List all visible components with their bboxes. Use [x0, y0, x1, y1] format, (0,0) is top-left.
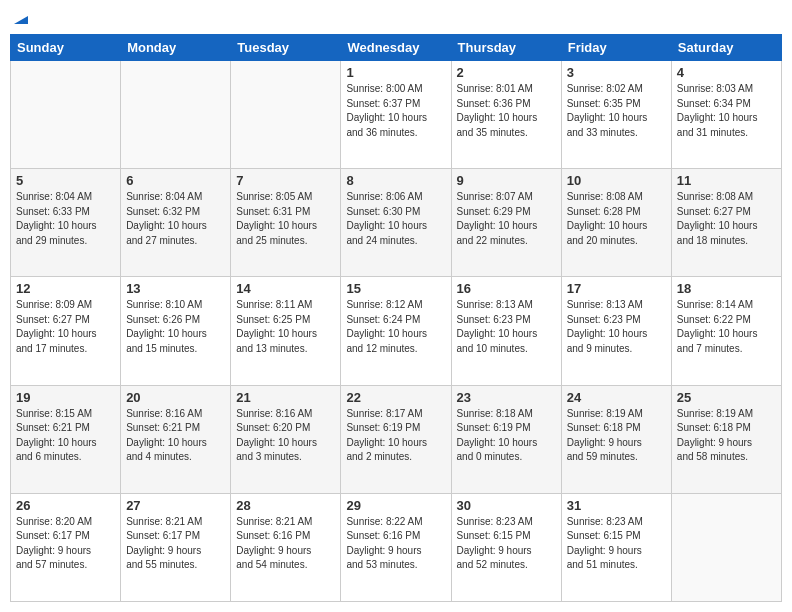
day-info: Sunrise: 8:19 AM Sunset: 6:18 PM Dayligh… [677, 407, 776, 465]
calendar-cell [121, 61, 231, 169]
day-info: Sunrise: 8:22 AM Sunset: 6:16 PM Dayligh… [346, 515, 445, 573]
calendar-cell: 14Sunrise: 8:11 AM Sunset: 6:25 PM Dayli… [231, 277, 341, 385]
calendar-cell: 16Sunrise: 8:13 AM Sunset: 6:23 PM Dayli… [451, 277, 561, 385]
calendar-day-header: Sunday [11, 35, 121, 61]
day-info: Sunrise: 8:21 AM Sunset: 6:16 PM Dayligh… [236, 515, 335, 573]
day-number: 19 [16, 390, 115, 405]
day-number: 1 [346, 65, 445, 80]
svg-marker-0 [14, 16, 28, 24]
day-info: Sunrise: 8:19 AM Sunset: 6:18 PM Dayligh… [567, 407, 666, 465]
calendar-cell: 5Sunrise: 8:04 AM Sunset: 6:33 PM Daylig… [11, 169, 121, 277]
calendar-table: SundayMondayTuesdayWednesdayThursdayFrid… [10, 34, 782, 602]
day-info: Sunrise: 8:21 AM Sunset: 6:17 PM Dayligh… [126, 515, 225, 573]
day-number: 9 [457, 173, 556, 188]
day-info: Sunrise: 8:08 AM Sunset: 6:28 PM Dayligh… [567, 190, 666, 248]
day-number: 29 [346, 498, 445, 513]
day-number: 15 [346, 281, 445, 296]
day-number: 12 [16, 281, 115, 296]
day-info: Sunrise: 8:09 AM Sunset: 6:27 PM Dayligh… [16, 298, 115, 356]
calendar-cell: 28Sunrise: 8:21 AM Sunset: 6:16 PM Dayli… [231, 493, 341, 601]
day-number: 6 [126, 173, 225, 188]
calendar-cell: 6Sunrise: 8:04 AM Sunset: 6:32 PM Daylig… [121, 169, 231, 277]
day-number: 8 [346, 173, 445, 188]
day-info: Sunrise: 8:08 AM Sunset: 6:27 PM Dayligh… [677, 190, 776, 248]
calendar-day-header: Wednesday [341, 35, 451, 61]
calendar-cell: 4Sunrise: 8:03 AM Sunset: 6:34 PM Daylig… [671, 61, 781, 169]
calendar-cell: 13Sunrise: 8:10 AM Sunset: 6:26 PM Dayli… [121, 277, 231, 385]
day-info: Sunrise: 8:11 AM Sunset: 6:25 PM Dayligh… [236, 298, 335, 356]
day-info: Sunrise: 8:23 AM Sunset: 6:15 PM Dayligh… [567, 515, 666, 573]
calendar-cell: 30Sunrise: 8:23 AM Sunset: 6:15 PM Dayli… [451, 493, 561, 601]
logo [10, 10, 30, 26]
day-info: Sunrise: 8:10 AM Sunset: 6:26 PM Dayligh… [126, 298, 225, 356]
day-info: Sunrise: 8:06 AM Sunset: 6:30 PM Dayligh… [346, 190, 445, 248]
calendar-day-header: Tuesday [231, 35, 341, 61]
day-number: 14 [236, 281, 335, 296]
calendar-day-header: Monday [121, 35, 231, 61]
day-info: Sunrise: 8:18 AM Sunset: 6:19 PM Dayligh… [457, 407, 556, 465]
day-number: 18 [677, 281, 776, 296]
calendar-cell: 12Sunrise: 8:09 AM Sunset: 6:27 PM Dayli… [11, 277, 121, 385]
day-info: Sunrise: 8:20 AM Sunset: 6:17 PM Dayligh… [16, 515, 115, 573]
calendar-cell: 18Sunrise: 8:14 AM Sunset: 6:22 PM Dayli… [671, 277, 781, 385]
day-number: 20 [126, 390, 225, 405]
calendar-cell [231, 61, 341, 169]
day-info: Sunrise: 8:17 AM Sunset: 6:19 PM Dayligh… [346, 407, 445, 465]
day-number: 4 [677, 65, 776, 80]
day-info: Sunrise: 8:01 AM Sunset: 6:36 PM Dayligh… [457, 82, 556, 140]
calendar-cell: 11Sunrise: 8:08 AM Sunset: 6:27 PM Dayli… [671, 169, 781, 277]
day-info: Sunrise: 8:07 AM Sunset: 6:29 PM Dayligh… [457, 190, 556, 248]
calendar-cell [671, 493, 781, 601]
day-number: 25 [677, 390, 776, 405]
calendar-cell: 22Sunrise: 8:17 AM Sunset: 6:19 PM Dayli… [341, 385, 451, 493]
calendar-cell: 7Sunrise: 8:05 AM Sunset: 6:31 PM Daylig… [231, 169, 341, 277]
calendar-week-row: 19Sunrise: 8:15 AM Sunset: 6:21 PM Dayli… [11, 385, 782, 493]
calendar-cell: 17Sunrise: 8:13 AM Sunset: 6:23 PM Dayli… [561, 277, 671, 385]
calendar-week-row: 1Sunrise: 8:00 AM Sunset: 6:37 PM Daylig… [11, 61, 782, 169]
day-number: 26 [16, 498, 115, 513]
calendar-cell: 15Sunrise: 8:12 AM Sunset: 6:24 PM Dayli… [341, 277, 451, 385]
day-info: Sunrise: 8:16 AM Sunset: 6:21 PM Dayligh… [126, 407, 225, 465]
calendar-week-row: 12Sunrise: 8:09 AM Sunset: 6:27 PM Dayli… [11, 277, 782, 385]
day-number: 3 [567, 65, 666, 80]
header [10, 10, 782, 26]
day-number: 27 [126, 498, 225, 513]
calendar-cell: 1Sunrise: 8:00 AM Sunset: 6:37 PM Daylig… [341, 61, 451, 169]
day-number: 23 [457, 390, 556, 405]
logo-icon [12, 8, 30, 26]
calendar-cell: 10Sunrise: 8:08 AM Sunset: 6:28 PM Dayli… [561, 169, 671, 277]
calendar-header-row: SundayMondayTuesdayWednesdayThursdayFrid… [11, 35, 782, 61]
day-info: Sunrise: 8:02 AM Sunset: 6:35 PM Dayligh… [567, 82, 666, 140]
calendar-cell: 8Sunrise: 8:06 AM Sunset: 6:30 PM Daylig… [341, 169, 451, 277]
day-number: 7 [236, 173, 335, 188]
day-info: Sunrise: 8:16 AM Sunset: 6:20 PM Dayligh… [236, 407, 335, 465]
day-info: Sunrise: 8:13 AM Sunset: 6:23 PM Dayligh… [567, 298, 666, 356]
day-number: 11 [677, 173, 776, 188]
calendar-cell: 25Sunrise: 8:19 AM Sunset: 6:18 PM Dayli… [671, 385, 781, 493]
day-info: Sunrise: 8:00 AM Sunset: 6:37 PM Dayligh… [346, 82, 445, 140]
day-number: 28 [236, 498, 335, 513]
calendar-day-header: Thursday [451, 35, 561, 61]
day-number: 16 [457, 281, 556, 296]
calendar-week-row: 5Sunrise: 8:04 AM Sunset: 6:33 PM Daylig… [11, 169, 782, 277]
calendar-cell: 24Sunrise: 8:19 AM Sunset: 6:18 PM Dayli… [561, 385, 671, 493]
day-info: Sunrise: 8:04 AM Sunset: 6:32 PM Dayligh… [126, 190, 225, 248]
day-number: 30 [457, 498, 556, 513]
calendar-cell: 23Sunrise: 8:18 AM Sunset: 6:19 PM Dayli… [451, 385, 561, 493]
day-number: 24 [567, 390, 666, 405]
calendar-cell: 26Sunrise: 8:20 AM Sunset: 6:17 PM Dayli… [11, 493, 121, 601]
calendar-cell: 31Sunrise: 8:23 AM Sunset: 6:15 PM Dayli… [561, 493, 671, 601]
day-number: 31 [567, 498, 666, 513]
calendar-cell: 20Sunrise: 8:16 AM Sunset: 6:21 PM Dayli… [121, 385, 231, 493]
day-info: Sunrise: 8:12 AM Sunset: 6:24 PM Dayligh… [346, 298, 445, 356]
calendar-cell: 29Sunrise: 8:22 AM Sunset: 6:16 PM Dayli… [341, 493, 451, 601]
calendar-cell [11, 61, 121, 169]
day-number: 5 [16, 173, 115, 188]
page: SundayMondayTuesdayWednesdayThursdayFrid… [0, 0, 792, 612]
day-number: 2 [457, 65, 556, 80]
calendar-cell: 27Sunrise: 8:21 AM Sunset: 6:17 PM Dayli… [121, 493, 231, 601]
calendar-cell: 3Sunrise: 8:02 AM Sunset: 6:35 PM Daylig… [561, 61, 671, 169]
calendar-cell: 2Sunrise: 8:01 AM Sunset: 6:36 PM Daylig… [451, 61, 561, 169]
calendar-week-row: 26Sunrise: 8:20 AM Sunset: 6:17 PM Dayli… [11, 493, 782, 601]
day-info: Sunrise: 8:04 AM Sunset: 6:33 PM Dayligh… [16, 190, 115, 248]
